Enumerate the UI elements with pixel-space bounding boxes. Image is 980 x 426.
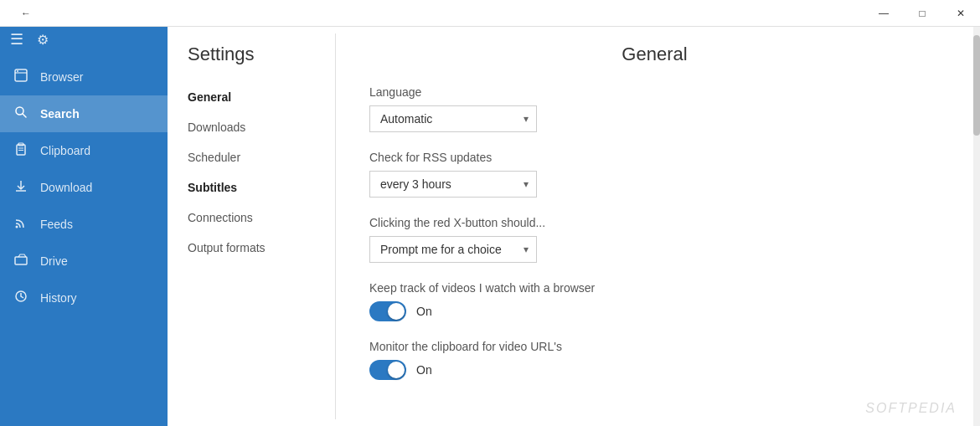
sidebar-item-drive[interactable]: Drive	[0, 243, 168, 280]
clipboard-toggle-row: On	[369, 360, 940, 380]
clipboard-section: Monitor the clipboard for video URL's On	[369, 340, 940, 380]
sidebar-label-clipboard: Clipboard	[40, 144, 90, 157]
sidebar-item-history[interactable]: History	[0, 280, 168, 316]
track-toggle-row: On	[369, 301, 940, 321]
sidebar-label-browser: Browser	[40, 70, 83, 84]
main-area: Settings General Downloads Scheduler Sub…	[168, 0, 980, 426]
close-button[interactable]: ✕	[941, 0, 980, 27]
sidebar-label-download: Download	[40, 181, 92, 194]
svg-point-11	[16, 226, 18, 228]
main-inner: Settings General Downloads Scheduler Sub…	[168, 27, 980, 426]
sidebar-item-feeds[interactable]: Feeds	[0, 206, 168, 243]
menu-icon[interactable]: ☰	[10, 27, 23, 52]
settings-nav: Settings General Downloads Scheduler Sub…	[168, 27, 335, 426]
clipboard-icon	[13, 142, 28, 159]
clipboard-label: Monitor the clipboard for video URL's	[369, 340, 940, 353]
maximize-button[interactable]: □	[903, 0, 941, 27]
nav-subtitles[interactable]: Subtitles	[188, 172, 315, 203]
svg-point-2	[17, 70, 18, 72]
sidebar-item-search[interactable]: Search	[0, 95, 168, 132]
scrollbar-thumb[interactable]	[973, 35, 980, 136]
watermark: SOFTPEDIA	[865, 401, 957, 416]
download-icon	[13, 179, 28, 196]
sidebar-item-browser[interactable]: Browser	[0, 59, 168, 95]
track-label: Keep track of videos I watch with a brow…	[369, 281, 940, 295]
rss-section: Check for RSS updates every hour every 3…	[369, 151, 940, 198]
nav-general[interactable]: General	[188, 82, 315, 112]
rss-dropdown-wrap: every hour every 3 hours every 6 hours e…	[369, 171, 537, 198]
sidebar-label-history: History	[40, 291, 77, 305]
search-icon	[13, 105, 28, 122]
track-toggle-label: On	[416, 305, 432, 318]
minimize-button[interactable]: —	[864, 0, 903, 27]
browser-icon	[13, 69, 28, 85]
sidebar: ☰ ⚙ Browser Search	[0, 0, 168, 426]
xbutton-section: Clicking the red X-button should... Prom…	[369, 216, 940, 263]
settings-title: Settings	[188, 44, 315, 65]
history-icon	[13, 290, 28, 306]
sidebar-label-feeds: Feeds	[40, 218, 73, 231]
language-section: Language Automatic English German French…	[369, 85, 940, 132]
titlebar: ← — □ ✕	[0, 0, 980, 27]
xbutton-label: Clicking the red X-button should...	[369, 216, 940, 229]
gear-icon[interactable]: ⚙	[30, 32, 55, 48]
xbutton-dropdown-wrap: Prompt me for a choice Minimize to tray …	[369, 236, 537, 263]
clipboard-toggle-label: On	[416, 363, 432, 377]
rss-label: Check for RSS updates	[369, 151, 940, 164]
content-panel: General Language Automatic English Germa…	[336, 27, 973, 426]
titlebar-left: ←	[0, 0, 45, 27]
svg-rect-12	[15, 257, 27, 264]
nav-downloads[interactable]: Downloads	[188, 112, 315, 142]
content-title: General	[369, 44, 940, 65]
sidebar-item-download[interactable]: Download	[0, 169, 168, 206]
nav-connections[interactable]: Connections	[188, 203, 315, 233]
scrollbar-track[interactable]	[973, 27, 980, 426]
track-videos-section: Keep track of videos I watch with a brow…	[369, 281, 940, 321]
clipboard-toggle[interactable]	[369, 360, 406, 380]
feeds-icon	[13, 216, 28, 233]
track-toggle[interactable]	[369, 301, 406, 321]
sidebar-label-search: Search	[40, 107, 80, 121]
nav-scheduler[interactable]: Scheduler	[188, 142, 315, 172]
sidebar-item-clipboard[interactable]: Clipboard	[0, 132, 168, 169]
titlebar-controls: — □ ✕	[864, 0, 980, 27]
back-button[interactable]: ←	[7, 0, 45, 27]
svg-line-4	[23, 114, 26, 117]
language-dropdown-wrap: Automatic English German French Spanish …	[369, 105, 537, 132]
drive-icon	[13, 253, 28, 269]
language-label: Language	[369, 85, 940, 99]
sidebar-label-drive: Drive	[40, 254, 68, 268]
xbutton-select[interactable]: Prompt me for a choice Minimize to tray …	[369, 236, 537, 263]
language-select[interactable]: Automatic English German French Spanish	[369, 105, 537, 132]
rss-select[interactable]: every hour every 3 hours every 6 hours e…	[369, 171, 537, 198]
nav-output-formats[interactable]: Output formats	[188, 233, 315, 263]
